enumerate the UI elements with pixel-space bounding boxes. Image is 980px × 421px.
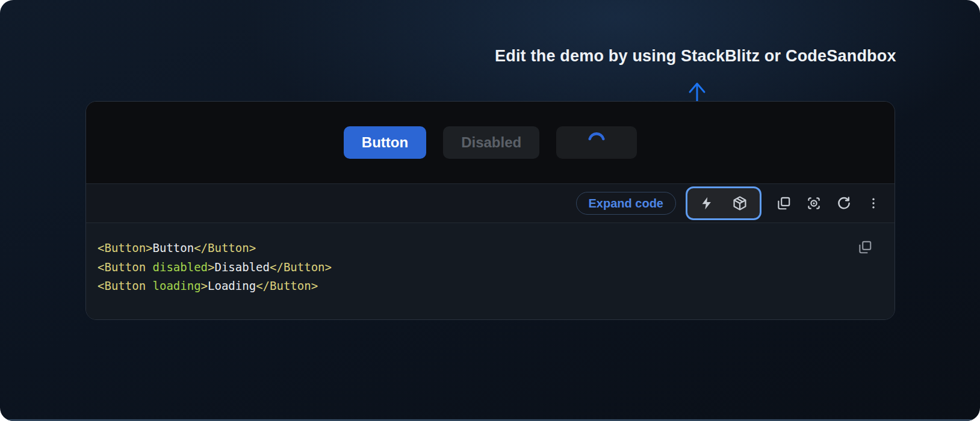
code-copy-icon[interactable] bbox=[857, 239, 873, 255]
code-block: <Button>Button</Button><Button disabled>… bbox=[86, 223, 895, 319]
sandbox-highlight-group bbox=[686, 186, 761, 220]
code-line: <Button disabled>Disabled</Button> bbox=[98, 258, 852, 277]
code-line: <Button>Button</Button> bbox=[98, 239, 852, 258]
annotation-text: Edit the demo by using StackBlitz or Cod… bbox=[495, 47, 896, 66]
copy-icon[interactable] bbox=[776, 195, 792, 211]
codesandbox-cube-icon[interactable] bbox=[732, 195, 748, 211]
primary-button[interactable]: Button bbox=[344, 126, 426, 159]
focus-icon[interactable] bbox=[806, 195, 822, 211]
code-lines: <Button>Button</Button><Button disabled>… bbox=[98, 239, 852, 296]
loading-button[interactable] bbox=[556, 126, 637, 159]
loading-spinner-icon bbox=[588, 132, 606, 153]
stackblitz-bolt-icon[interactable] bbox=[699, 196, 714, 210]
reload-icon[interactable] bbox=[836, 195, 852, 211]
demo-preview-area: Button Disabled bbox=[86, 102, 895, 183]
disabled-button[interactable]: Disabled bbox=[443, 126, 539, 159]
docs-dark-page: Edit the demo by using StackBlitz or Cod… bbox=[0, 0, 980, 421]
code-line: <Button loading>Loading</Button> bbox=[98, 277, 852, 296]
more-icon[interactable] bbox=[866, 196, 881, 210]
expand-code-button[interactable]: Expand code bbox=[576, 192, 676, 215]
demo-toolbar: Expand code bbox=[86, 183, 895, 223]
demo-card: Button Disabled Expand code bbox=[85, 101, 895, 320]
